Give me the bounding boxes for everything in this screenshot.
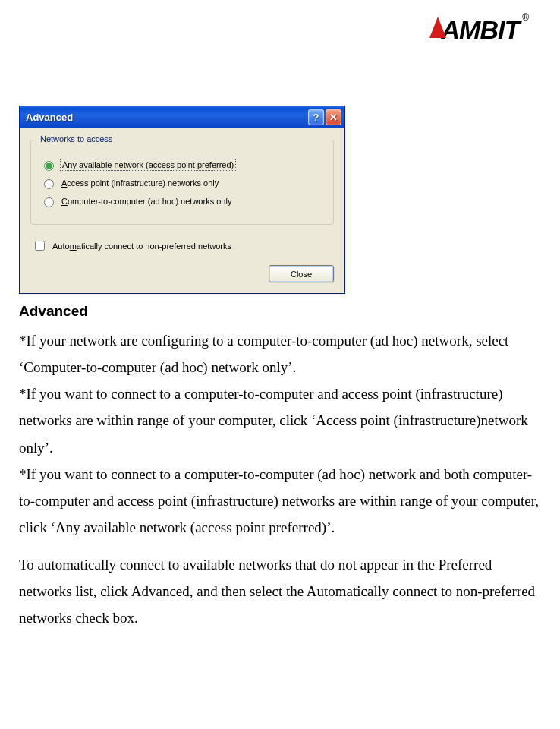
groupbox-legend: Networks to access xyxy=(37,134,115,144)
brand-header: AMBIT ® xyxy=(19,15,541,45)
networks-to-access-group: Networks to access Any available network… xyxy=(30,140,334,225)
close-button[interactable]: Close xyxy=(269,265,334,282)
auto-connect-label: Automatically connect to non-preferred n… xyxy=(52,241,231,251)
radio-any-available-label: Any available network (access point pref… xyxy=(61,160,234,169)
brand-name: AMBIT xyxy=(442,15,520,45)
brand-registered: ® xyxy=(522,12,529,23)
dialog-body: Networks to access Any available network… xyxy=(20,128,344,293)
radio-any-available-input[interactable] xyxy=(44,161,54,171)
doc-paragraph-3: *If you want to connect to a computer-to… xyxy=(19,461,541,541)
dialog-footer: Close xyxy=(30,253,334,282)
radio-access-point-only[interactable]: Access point (infrastructure) networks o… xyxy=(40,177,324,189)
advanced-dialog: Advanced ? ✕ Networks to access Any avai… xyxy=(19,106,345,294)
radio-adhoc-only[interactable]: Computer-to-computer (ad hoc) networks o… xyxy=(40,195,324,207)
doc-paragraph-1: *If your network are configuring to a co… xyxy=(19,327,541,380)
help-button[interactable]: ? xyxy=(308,109,324,125)
auto-connect-checkbox[interactable] xyxy=(35,241,45,251)
doc-paragraph-4: To automatically connect to available ne… xyxy=(19,551,541,631)
doc-paragraph-2: *If you want to connect to a computer-to… xyxy=(19,380,541,460)
radio-adhoc-only-label: Computer-to-computer (ad hoc) networks o… xyxy=(61,197,231,206)
radio-access-point-only-input[interactable] xyxy=(44,179,54,189)
radio-access-point-only-label: Access point (infrastructure) networks o… xyxy=(61,178,219,188)
logo-triangle-icon xyxy=(429,17,446,38)
dialog-titlebar[interactable]: Advanced ? ✕ xyxy=(20,106,344,128)
radio-any-available[interactable]: Any available network (access point pref… xyxy=(40,159,324,171)
doc-body: *If your network are configuring to a co… xyxy=(19,327,541,632)
close-icon[interactable]: ✕ xyxy=(326,109,341,125)
brand-logo: AMBIT ® xyxy=(429,15,528,45)
doc-heading: Advanced xyxy=(19,303,541,320)
dialog-title: Advanced xyxy=(26,112,307,123)
radio-adhoc-only-input[interactable] xyxy=(44,197,54,207)
auto-connect-checkbox-row[interactable]: Automatically connect to non-preferred n… xyxy=(32,238,334,253)
